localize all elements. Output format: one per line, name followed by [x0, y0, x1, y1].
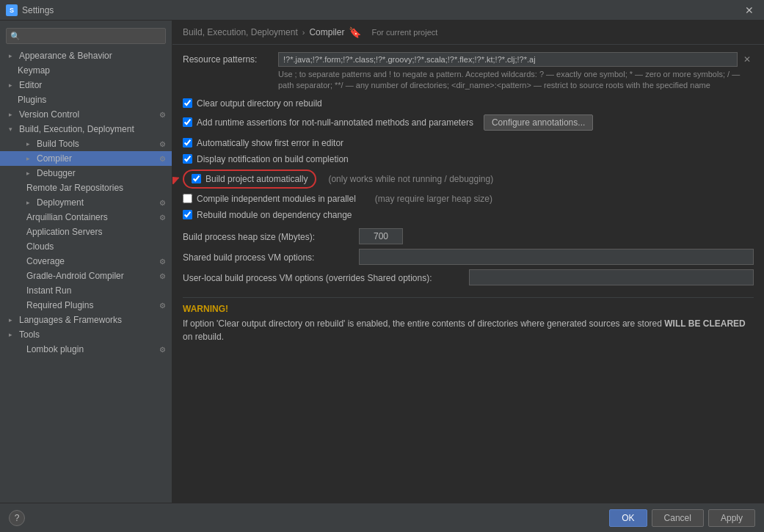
bookmark-icon: 🔖 [349, 26, 361, 38]
sidebar-item-build-execution[interactable]: Build, Execution, Deployment [0, 122, 172, 136]
expand-icon [26, 199, 34, 206]
sidebar-item-debugger[interactable]: Debugger [0, 166, 172, 181]
display-notification-checkbox[interactable] [183, 154, 192, 164]
sidebar-item-label: Languages & Frameworks [19, 315, 122, 325]
heap-size-row: Build process heap size (Mbytes): [183, 228, 754, 244]
search-icon: 🔍 [10, 32, 21, 41]
warning-section: WARNING! If option 'Clear output directo… [183, 297, 754, 349]
title-bar: S Settings ✕ [0, 0, 764, 21]
sidebar-item-keymap[interactable]: Keymap [0, 63, 172, 78]
sidebar: 🔍 Appearance & Behavior Keymap Editor Pl… [0, 21, 172, 503]
expand-icon [9, 52, 16, 59]
shared-vm-input[interactable] [359, 249, 754, 265]
user-vm-row: User-local build process VM options (ove… [183, 269, 754, 285]
settings-icon: ⚙ [159, 111, 166, 119]
compile-parallel-note: (may require larger heap size) [375, 194, 492, 204]
ok-button[interactable]: OK [609, 509, 647, 527]
show-first-error-label: Automatically show first error in editor [197, 138, 343, 148]
apply-button[interactable]: Apply [708, 509, 755, 527]
sidebar-item-label: Build Tools [37, 139, 79, 149]
content-body: Resource patterns: ✕ Use ; to separate p… [172, 45, 764, 503]
sidebar-item-instant-run[interactable]: Instant Run [0, 283, 172, 298]
rebuild-dependency-row: Rebuild module on dependency change [183, 209, 754, 221]
sidebar-item-deployment[interactable]: Deployment ⚙ [0, 195, 172, 210]
rebuild-dependency-label: Rebuild module on dependency change [197, 210, 352, 220]
user-vm-input[interactable] [469, 269, 754, 285]
sidebar-item-label: Lombok plugin [26, 344, 84, 354]
sidebar-item-label: Keymap [18, 65, 50, 76]
configure-annotations-button[interactable]: Configure annotations... [484, 114, 593, 131]
sidebar-item-label: Compiler [37, 153, 72, 164]
sidebar-item-label: Editor [19, 80, 42, 90]
compile-parallel-checkbox[interactable] [183, 194, 192, 203]
sidebar-item-gradle-android[interactable]: Gradle-Android Compiler ⚙ [0, 269, 172, 283]
resource-input-wrapper: ✕ Use ; to separate patterns and ! to ne… [278, 52, 754, 92]
expand-icon [9, 316, 16, 324]
warning-text: If option 'Clear output directory on reb… [183, 317, 754, 343]
sidebar-item-label: Clouds [26, 241, 54, 252]
breadcrumb-project-note: For current project [371, 28, 437, 37]
settings-icon: ⚙ [159, 199, 166, 207]
sidebar-item-languages[interactable]: Languages & Frameworks [0, 313, 172, 327]
bottom-bar: ? OK Cancel Apply [0, 503, 764, 532]
sidebar-item-editor[interactable]: Editor [0, 78, 172, 92]
add-assertions-checkbox[interactable] [183, 117, 192, 127]
content-area: Build, Execution, Deployment › Compiler … [172, 21, 764, 503]
sidebar-item-label: Coverage [26, 256, 65, 266]
expand-icon [9, 81, 16, 89]
display-notification-row: Display notification on build completion [183, 153, 754, 165]
heap-size-input[interactable] [359, 228, 403, 244]
resource-patterns-row: Resource patterns: ✕ Use ; to separate p… [183, 52, 754, 92]
add-assertions-label: Add runtime assertions for not-null-anno… [197, 117, 473, 128]
sidebar-item-version-control[interactable]: Version Control ⚙ [0, 107, 172, 122]
search-input[interactable] [6, 28, 166, 44]
sidebar-item-label: Required Plugins [26, 300, 93, 310]
rebuild-dependency-checkbox[interactable] [183, 210, 192, 219]
expand-icon [26, 155, 34, 162]
sidebar-item-label: Appearance & Behavior [19, 51, 112, 61]
shared-vm-row: Shared build process VM options: [183, 249, 754, 265]
clear-output-row: Clear output directory on rebuild [183, 98, 754, 109]
settings-icon: ⚙ [159, 214, 166, 222]
sidebar-item-tools[interactable]: Tools [0, 327, 172, 342]
sidebar-item-lombok[interactable]: Lombok plugin ⚙ [0, 342, 172, 357]
clear-output-label: Clear output directory on rebuild [197, 98, 322, 109]
sidebar-item-compiler[interactable]: Compiler ⚙ [0, 151, 172, 166]
sidebar-item-required-plugins[interactable]: Required Plugins ⚙ [0, 298, 172, 313]
build-automatically-checkbox[interactable] [192, 174, 201, 183]
sidebar-item-label: Deployment [37, 197, 84, 208]
sidebar-item-coverage[interactable]: Coverage ⚙ [0, 254, 172, 269]
sidebar-item-build-tools[interactable]: Build Tools ⚙ [0, 136, 172, 151]
settings-icon: ⚙ [159, 346, 166, 354]
clear-output-checkbox[interactable] [183, 98, 192, 108]
sidebar-item-plugins[interactable]: Plugins [0, 92, 172, 107]
sidebar-item-remote-jar[interactable]: Remote Jar Repositories [0, 181, 172, 195]
sidebar-item-appearance[interactable]: Appearance & Behavior [0, 48, 172, 63]
sidebar-item-label: Application Servers [26, 227, 102, 237]
sidebar-item-label: Remote Jar Repositories [26, 183, 123, 193]
settings-icon: ⚙ [159, 140, 166, 148]
red-arrow-annotation [172, 168, 179, 190]
sidebar-item-label: Version Control [19, 109, 79, 120]
sidebar-item-arquillian[interactable]: Arquillian Containers ⚙ [0, 210, 172, 225]
sidebar-item-label: Gradle-Android Compiler [26, 271, 124, 281]
resource-patterns-input[interactable] [278, 52, 738, 67]
resource-patterns-hint: Use ; to separate patterns and ! to nega… [278, 69, 754, 92]
resource-clear-button[interactable]: ✕ [741, 53, 754, 66]
sidebar-item-clouds[interactable]: Clouds [0, 239, 172, 254]
sidebar-item-label: Debugger [37, 168, 76, 178]
sidebar-item-app-servers[interactable]: Application Servers [0, 225, 172, 239]
highlight-circle-container: Build project automatically [183, 170, 316, 189]
breadcrumb-path2: Compiler [309, 27, 344, 37]
cancel-button[interactable]: Cancel [652, 509, 704, 527]
help-button[interactable]: ? [9, 510, 25, 526]
close-button[interactable]: ✕ [741, 3, 758, 18]
show-first-error-checkbox[interactable] [183, 138, 192, 147]
settings-icon: ⚙ [159, 302, 166, 310]
expand-icon [26, 140, 34, 147]
settings-icon: ⚙ [159, 272, 166, 280]
compile-parallel-row: Compile independent modules in parallel … [183, 193, 754, 205]
sidebar-item-label: Instant Run [26, 285, 71, 296]
settings-icon: ⚙ [159, 258, 166, 266]
sidebar-item-label: Arquillian Containers [26, 212, 108, 222]
